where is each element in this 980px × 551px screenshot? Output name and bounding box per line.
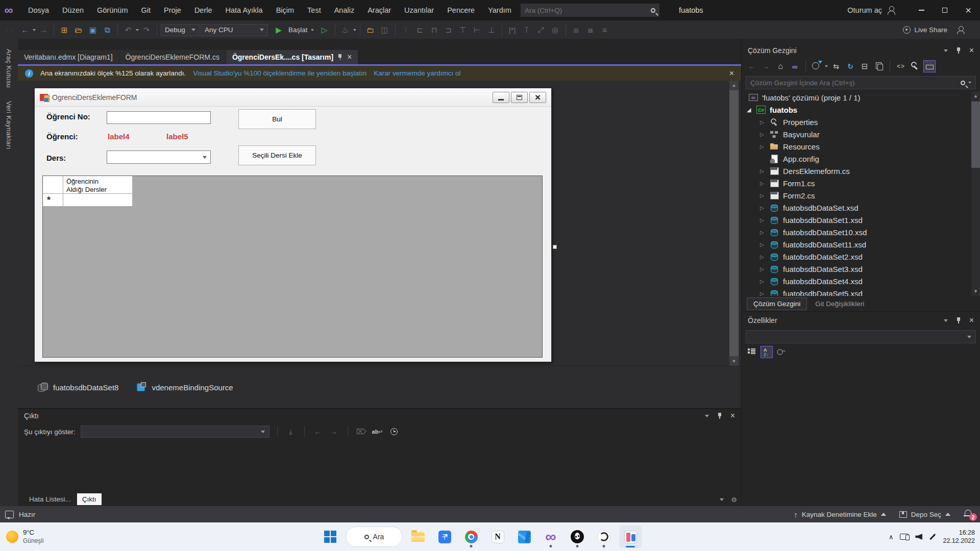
solution-search-input[interactable] [750, 79, 958, 87]
start-button[interactable] [319, 525, 341, 548]
previous-message-icon[interactable]: ← [312, 426, 324, 437]
tree-item[interactable]: App.config [742, 153, 980, 165]
feedback-icon[interactable] [957, 26, 966, 34]
menu-item[interactable]: Hata Ayıkla [219, 0, 270, 20]
tree-item[interactable]: fuatobsdbDataSet4.xsd [742, 275, 980, 287]
active-app-button[interactable] [619, 525, 642, 548]
scrollbar-thumb[interactable] [729, 90, 739, 356]
expander-icon[interactable] [760, 266, 766, 272]
close-button[interactable] [957, 0, 980, 20]
close-tab-icon[interactable] [347, 53, 352, 62]
tree-item[interactable]: fuatobsdbDataSet10.xsd [742, 226, 980, 238]
word-wrap-icon[interactable] [372, 426, 383, 437]
app-button[interactable] [593, 525, 615, 548]
designer-vertical-scrollbar[interactable]: ▲ ▼ [729, 81, 739, 366]
forward-icon[interactable]: → [760, 60, 772, 72]
hidden-icons-chevron[interactable] [889, 533, 894, 541]
refresh-icon[interactable] [844, 60, 856, 72]
send-to-back-icon[interactable]: ⧇ [584, 23, 597, 37]
menu-item[interactable]: Uzantılar [398, 0, 440, 20]
data-sources-tab[interactable]: Veri Kaynakları [5, 101, 13, 149]
pen-icon[interactable] [929, 534, 936, 540]
output-content[interactable] [18, 441, 741, 492]
notion-button[interactable] [486, 525, 509, 548]
window-position-dropdown-icon[interactable] [705, 415, 709, 417]
snap-lines-icon[interactable]: ⫶ [399, 23, 412, 37]
property-pages-icon[interactable] [775, 346, 788, 358]
menu-item[interactable]: Analiz [328, 0, 361, 20]
search-options-icon[interactable] [968, 82, 971, 84]
menu-item[interactable]: Görünüm [90, 0, 134, 20]
microsoft-store-button[interactable] [433, 525, 456, 548]
tray-component[interactable]: vdenemeBindingSource [136, 382, 233, 392]
clear-all-icon[interactable]: ⌦ [356, 426, 367, 437]
ders-combobox[interactable] [107, 151, 211, 164]
scroll-down-icon[interactable]: ▼ [732, 357, 737, 366]
project-node[interactable]: fuatobs [742, 104, 980, 116]
scrollbar-thumb[interactable] [971, 102, 980, 168]
menu-item[interactable]: Derle [188, 0, 219, 20]
menu-item[interactable]: Biçim [270, 0, 301, 20]
ogrenci-no-textbox[interactable] [107, 111, 211, 124]
collapse-all-icon[interactable] [859, 60, 871, 72]
tabstrip-options-icon[interactable]: ⚙ [731, 496, 737, 504]
switch-views-icon[interactable] [830, 60, 842, 72]
align-centers-icon[interactable]: ⊓ [428, 23, 441, 37]
tray-component[interactable]: fuatobsdbDataSet8 [37, 382, 118, 392]
scroll-up-icon[interactable]: ▲ [732, 81, 737, 90]
back-dropdown-icon[interactable] [33, 29, 36, 31]
sign-in-link[interactable]: Oturum aç [847, 6, 882, 14]
bul-button[interactable]: Bul [238, 109, 316, 129]
right-panel-tab[interactable]: Git Değişiklikleri [809, 298, 870, 310]
file-explorer-button[interactable] [407, 525, 429, 548]
menu-item[interactable]: Yardım [481, 0, 518, 20]
solution-node[interactable]: 'fuatobs' çözümü (proje 1 / 1) [742, 91, 980, 104]
close-infobar-icon[interactable] [729, 69, 734, 78]
start-debug-button[interactable]: ▶ Başlat [269, 23, 317, 37]
expander-icon[interactable] [760, 168, 766, 174]
menu-item[interactable]: Test [301, 0, 328, 20]
expanded-icon[interactable] [747, 107, 752, 113]
properties-grid[interactable] [742, 361, 980, 506]
tree-item[interactable]: Form2.cs [742, 189, 980, 202]
properties-header[interactable]: Özellikler [742, 313, 980, 328]
pin-tab-icon[interactable] [337, 54, 342, 61]
document-tab[interactable]: ÖgrenciDersEk....cs [Tasarım] [226, 50, 358, 64]
toolbar-grip[interactable]: ⋮⋮ [4, 27, 15, 33]
expander-icon[interactable] [760, 119, 766, 125]
devices-icon[interactable] [900, 534, 909, 540]
chrome-button[interactable] [460, 525, 482, 548]
alienware-button[interactable] [566, 525, 589, 548]
menu-item[interactable]: Dosya [21, 0, 56, 20]
profiler-dropdown-icon[interactable] [353, 29, 356, 31]
bottom-panel-tab[interactable]: Hata Listesi... [24, 493, 76, 505]
document-tab[interactable]: Veritabanı.edmx [Diagram1] [18, 50, 119, 64]
weather-widget[interactable]: 9°C Güneşli [0, 529, 44, 544]
open-folder-icon[interactable]: 🗁 [72, 23, 85, 37]
window-position-dropdown-icon[interactable] [944, 49, 948, 52]
output-header[interactable]: Çıktı [18, 409, 741, 422]
solution-search-box[interactable] [746, 76, 976, 89]
close-panel-icon[interactable] [730, 411, 735, 420]
toolbar-options-icon[interactable]: ≡ [598, 23, 611, 37]
volume-icon[interactable] [915, 534, 922, 540]
align-middles-icon[interactable]: ⊢ [471, 23, 484, 37]
active-files-dropdown-icon[interactable] [720, 498, 724, 501]
right-panel-tab[interactable]: Çözüm Gezgini [747, 297, 807, 310]
expander-icon[interactable] [760, 242, 766, 247]
tree-item[interactable]: fuatobsdbDataSet.xsd [742, 202, 980, 214]
add-to-source-control-button[interactable]: Kaynak Denetimine Ekle [794, 510, 886, 519]
menu-item[interactable]: Proje [157, 0, 188, 20]
align-tops-icon[interactable]: ⊤ [456, 23, 470, 37]
tree-item[interactable]: fuatobsdbDataSet3.xsd [742, 263, 980, 275]
pin-panel-icon[interactable] [717, 413, 722, 419]
timestamp-icon[interactable] [388, 426, 400, 437]
make-same-size-icon[interactable]: ⤢ [534, 23, 548, 37]
scroll-up-icon[interactable]: ▲ [973, 91, 978, 101]
expander-icon[interactable] [760, 193, 766, 198]
expander-icon[interactable] [760, 144, 766, 149]
save-icon[interactable]: ▣ [86, 23, 100, 37]
expander-icon[interactable] [760, 279, 766, 284]
align-rights-icon[interactable]: ⊐ [442, 23, 455, 37]
navigate-back-icon[interactable]: ← [18, 23, 32, 37]
